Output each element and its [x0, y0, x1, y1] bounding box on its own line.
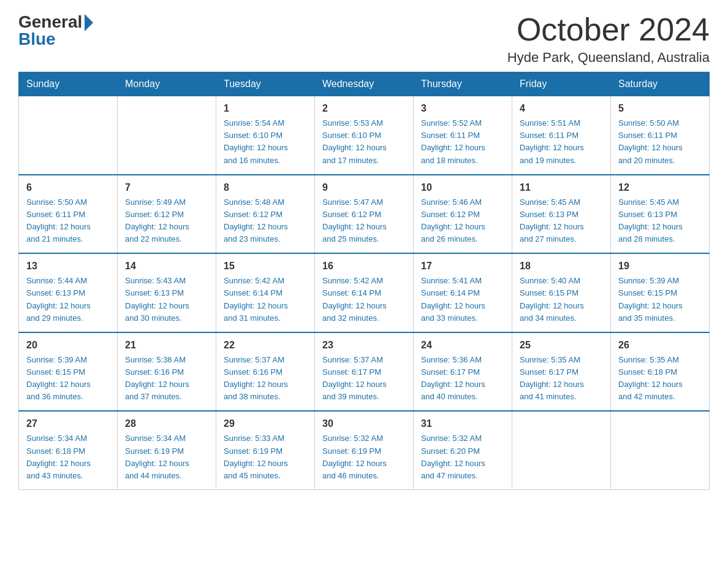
day-number: 28 [125, 416, 208, 431]
day-number: 14 [125, 259, 208, 274]
day-number: 1 [224, 101, 307, 116]
logo-arrow-icon [85, 14, 93, 31]
week-row-4: 20Sunrise: 5:39 AM Sunset: 6:15 PM Dayli… [19, 332, 710, 412]
day-number: 8 [224, 180, 307, 195]
day-number: 13 [26, 259, 110, 274]
day-info: Sunrise: 5:39 AM Sunset: 6:15 PM Dayligh… [26, 354, 110, 404]
calendar-cell: 17Sunrise: 5:41 AM Sunset: 6:14 PM Dayli… [414, 253, 512, 332]
calendar-cell: 21Sunrise: 5:38 AM Sunset: 6:16 PM Dayli… [118, 332, 216, 412]
calendar-cell: 2Sunrise: 5:53 AM Sunset: 6:10 PM Daylig… [315, 96, 414, 175]
day-number: 7 [125, 180, 208, 195]
calendar-cell: 6Sunrise: 5:50 AM Sunset: 6:11 PM Daylig… [19, 175, 118, 254]
day-info: Sunrise: 5:32 AM Sunset: 6:19 PM Dayligh… [322, 432, 406, 482]
day-header-thursday: Thursday [414, 72, 512, 96]
day-info: Sunrise: 5:44 AM Sunset: 6:13 PM Dayligh… [26, 275, 110, 324]
calendar-cell: 1Sunrise: 5:54 AM Sunset: 6:10 PM Daylig… [216, 96, 315, 175]
calendar-cell: 30Sunrise: 5:32 AM Sunset: 6:19 PM Dayli… [315, 411, 414, 489]
calendar-cell: 20Sunrise: 5:39 AM Sunset: 6:15 PM Dayli… [19, 332, 118, 412]
calendar-cell: 5Sunrise: 5:50 AM Sunset: 6:11 PM Daylig… [611, 96, 710, 175]
day-number: 30 [322, 416, 406, 431]
day-number: 17 [421, 259, 504, 274]
calendar-cell: 11Sunrise: 5:45 AM Sunset: 6:13 PM Dayli… [512, 175, 611, 254]
calendar-cell: 3Sunrise: 5:52 AM Sunset: 6:11 PM Daylig… [414, 96, 512, 175]
week-row-1: 1Sunrise: 5:54 AM Sunset: 6:10 PM Daylig… [19, 96, 710, 175]
day-info: Sunrise: 5:37 AM Sunset: 6:17 PM Dayligh… [322, 354, 406, 404]
title-area: October 2024 Hyde Park, Queensland, Aust… [507, 12, 710, 66]
day-number: 12 [618, 180, 702, 195]
week-row-3: 13Sunrise: 5:44 AM Sunset: 6:13 PM Dayli… [19, 253, 710, 332]
calendar-cell: 24Sunrise: 5:36 AM Sunset: 6:17 PM Dayli… [414, 332, 512, 412]
day-number: 27 [26, 416, 110, 431]
day-number: 18 [520, 259, 603, 274]
calendar-cell [512, 411, 611, 489]
calendar-subtitle: Hyde Park, Queensland, Australia [507, 50, 710, 66]
day-info: Sunrise: 5:52 AM Sunset: 6:11 PM Dayligh… [421, 117, 504, 167]
day-info: Sunrise: 5:42 AM Sunset: 6:14 PM Dayligh… [322, 275, 406, 324]
day-info: Sunrise: 5:36 AM Sunset: 6:17 PM Dayligh… [421, 354, 504, 404]
day-number: 29 [224, 416, 307, 431]
calendar-cell: 16Sunrise: 5:42 AM Sunset: 6:14 PM Dayli… [315, 253, 414, 332]
calendar-cell [118, 96, 216, 175]
calendar-cell: 25Sunrise: 5:35 AM Sunset: 6:17 PM Dayli… [512, 332, 611, 412]
day-info: Sunrise: 5:49 AM Sunset: 6:12 PM Dayligh… [125, 196, 208, 246]
day-number: 25 [520, 338, 603, 353]
day-info: Sunrise: 5:34 AM Sunset: 6:18 PM Dayligh… [26, 432, 110, 482]
day-header-sunday: Sunday [19, 72, 118, 96]
calendar-cell: 4Sunrise: 5:51 AM Sunset: 6:11 PM Daylig… [512, 96, 611, 175]
day-number: 4 [520, 101, 603, 116]
day-info: Sunrise: 5:54 AM Sunset: 6:10 PM Dayligh… [224, 117, 307, 167]
day-info: Sunrise: 5:45 AM Sunset: 6:13 PM Dayligh… [520, 196, 603, 246]
day-number: 3 [421, 101, 504, 116]
day-header-monday: Monday [118, 72, 216, 96]
calendar-header-row: SundayMondayTuesdayWednesdayThursdayFrid… [19, 72, 710, 96]
calendar-table: SundayMondayTuesdayWednesdayThursdayFrid… [18, 72, 710, 490]
day-number: 31 [421, 416, 504, 431]
day-number: 20 [26, 338, 110, 353]
day-header-tuesday: Tuesday [216, 72, 315, 96]
day-info: Sunrise: 5:41 AM Sunset: 6:14 PM Dayligh… [421, 275, 504, 324]
day-number: 2 [322, 101, 406, 116]
day-header-saturday: Saturday [611, 72, 710, 96]
day-number: 19 [618, 259, 702, 274]
day-number: 5 [618, 101, 702, 116]
calendar-cell: 18Sunrise: 5:40 AM Sunset: 6:15 PM Dayli… [512, 253, 611, 332]
day-info: Sunrise: 5:53 AM Sunset: 6:10 PM Dayligh… [322, 117, 406, 167]
day-number: 10 [421, 180, 504, 195]
calendar-cell: 27Sunrise: 5:34 AM Sunset: 6:18 PM Dayli… [19, 411, 118, 489]
calendar-cell: 8Sunrise: 5:48 AM Sunset: 6:12 PM Daylig… [216, 175, 315, 254]
day-info: Sunrise: 5:47 AM Sunset: 6:12 PM Dayligh… [322, 196, 406, 246]
day-info: Sunrise: 5:38 AM Sunset: 6:16 PM Dayligh… [125, 354, 208, 404]
day-info: Sunrise: 5:39 AM Sunset: 6:15 PM Dayligh… [618, 275, 702, 324]
day-info: Sunrise: 5:50 AM Sunset: 6:11 PM Dayligh… [26, 196, 110, 246]
day-header-wednesday: Wednesday [315, 72, 414, 96]
calendar-cell: 28Sunrise: 5:34 AM Sunset: 6:19 PM Dayli… [118, 411, 216, 489]
logo: General Blue [18, 12, 93, 49]
day-header-friday: Friday [512, 72, 611, 96]
week-row-5: 27Sunrise: 5:34 AM Sunset: 6:18 PM Dayli… [19, 411, 710, 489]
day-number: 9 [322, 180, 406, 195]
calendar-cell: 7Sunrise: 5:49 AM Sunset: 6:12 PM Daylig… [118, 175, 216, 254]
calendar-cell: 13Sunrise: 5:44 AM Sunset: 6:13 PM Dayli… [19, 253, 118, 332]
week-row-2: 6Sunrise: 5:50 AM Sunset: 6:11 PM Daylig… [19, 175, 710, 254]
day-number: 6 [26, 180, 110, 195]
day-number: 24 [421, 338, 504, 353]
day-number: 26 [618, 338, 702, 353]
logo-blue-text: Blue [18, 29, 56, 49]
day-number: 16 [322, 259, 406, 274]
day-info: Sunrise: 5:32 AM Sunset: 6:20 PM Dayligh… [421, 432, 504, 482]
calendar-title: October 2024 [507, 12, 710, 47]
calendar-cell: 31Sunrise: 5:32 AM Sunset: 6:20 PM Dayli… [414, 411, 512, 489]
day-info: Sunrise: 5:35 AM Sunset: 6:17 PM Dayligh… [520, 354, 603, 404]
day-number: 15 [224, 259, 307, 274]
calendar-cell [611, 411, 710, 489]
calendar-cell [19, 96, 118, 175]
day-number: 22 [224, 338, 307, 353]
day-info: Sunrise: 5:45 AM Sunset: 6:13 PM Dayligh… [618, 196, 702, 246]
day-number: 21 [125, 338, 208, 353]
day-info: Sunrise: 5:43 AM Sunset: 6:13 PM Dayligh… [125, 275, 208, 324]
day-number: 11 [520, 180, 603, 195]
calendar-cell: 26Sunrise: 5:35 AM Sunset: 6:18 PM Dayli… [611, 332, 710, 412]
calendar-cell: 23Sunrise: 5:37 AM Sunset: 6:17 PM Dayli… [315, 332, 414, 412]
day-info: Sunrise: 5:46 AM Sunset: 6:12 PM Dayligh… [421, 196, 504, 246]
day-info: Sunrise: 5:51 AM Sunset: 6:11 PM Dayligh… [520, 117, 603, 167]
